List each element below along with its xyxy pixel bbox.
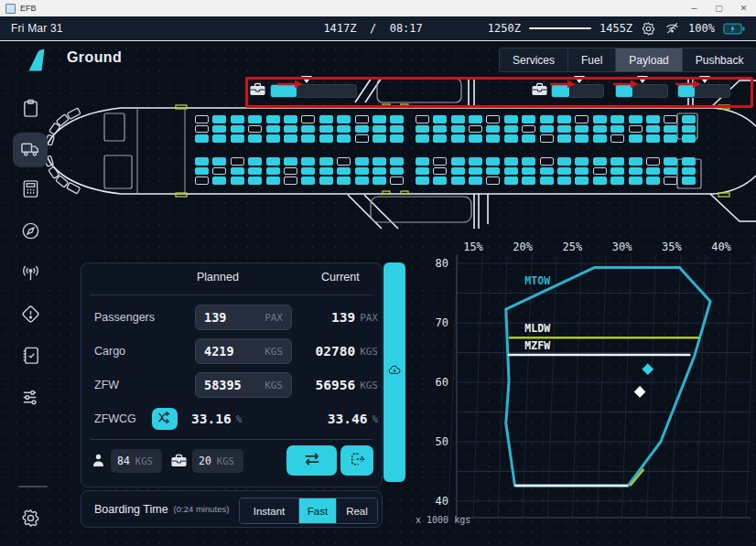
seat[interactable] xyxy=(284,115,297,123)
seat[interactable] xyxy=(301,115,315,123)
seat[interactable] xyxy=(557,134,571,143)
zfwcg-optimize-button[interactable] xyxy=(152,408,178,430)
seat[interactable] xyxy=(451,157,465,166)
seat[interactable] xyxy=(390,125,404,134)
seat[interactable] xyxy=(486,125,500,134)
seat[interactable] xyxy=(504,167,518,176)
seat[interactable] xyxy=(319,167,333,176)
seat[interactable] xyxy=(575,177,589,185)
seat[interactable] xyxy=(469,167,482,176)
seat[interactable] xyxy=(540,134,554,143)
seat[interactable] xyxy=(266,134,280,143)
seat[interactable] xyxy=(319,115,333,123)
seat[interactable] xyxy=(646,177,660,185)
seat[interactable] xyxy=(504,125,518,134)
seat[interactable] xyxy=(646,157,660,166)
wifi-off-icon[interactable] xyxy=(664,21,680,37)
seat[interactable] xyxy=(373,125,386,134)
seat[interactable] xyxy=(212,115,226,123)
seat[interactable] xyxy=(266,167,280,176)
seat[interactable] xyxy=(593,125,607,134)
deboard-button[interactable] xyxy=(340,445,373,476)
seat[interactable] xyxy=(629,167,643,176)
seat[interactable] xyxy=(593,167,607,176)
seat[interactable] xyxy=(416,177,429,185)
seat[interactable] xyxy=(629,177,643,185)
seat[interactable] xyxy=(266,115,280,123)
seat[interactable] xyxy=(212,125,226,134)
seat[interactable] xyxy=(212,157,226,166)
seat[interactable] xyxy=(486,134,500,143)
seat[interactable] xyxy=(540,125,554,134)
seat[interactable] xyxy=(195,167,209,176)
seat[interactable] xyxy=(337,177,351,185)
seat[interactable] xyxy=(629,125,643,134)
seat[interactable] xyxy=(593,115,607,123)
zfw-input[interactable]: 58395KGS xyxy=(195,372,292,398)
seat[interactable] xyxy=(646,125,660,134)
seat[interactable] xyxy=(575,167,589,176)
settings-gear-icon[interactable] xyxy=(641,21,656,37)
seat[interactable] xyxy=(664,115,677,123)
seat[interactable] xyxy=(195,115,209,123)
seat[interactable] xyxy=(301,157,315,166)
tab-payload[interactable]: Payload xyxy=(616,48,682,71)
seat[interactable] xyxy=(469,134,482,143)
seat[interactable] xyxy=(212,167,226,176)
seat[interactable] xyxy=(373,177,386,185)
tab-services[interactable]: Services xyxy=(500,48,568,71)
seat[interactable] xyxy=(682,134,696,143)
seat[interactable] xyxy=(319,157,333,166)
seat[interactable] xyxy=(557,115,571,123)
seat[interactable] xyxy=(540,115,554,123)
seat[interactable] xyxy=(646,167,660,176)
seat[interactable] xyxy=(301,125,315,134)
seat[interactable] xyxy=(575,115,589,123)
seat[interactable] xyxy=(301,134,315,143)
seat[interactable] xyxy=(248,115,262,123)
seat[interactable] xyxy=(433,125,447,134)
seat[interactable] xyxy=(390,167,404,176)
seat[interactable] xyxy=(284,125,297,134)
seat[interactable] xyxy=(664,177,677,185)
seat[interactable] xyxy=(319,134,333,143)
seat[interactable] xyxy=(195,157,209,166)
seat[interactable] xyxy=(248,177,262,185)
bag-weight-input[interactable]: 20KGS xyxy=(192,449,243,473)
seat[interactable] xyxy=(486,157,500,166)
seat[interactable] xyxy=(557,125,571,134)
seat[interactable] xyxy=(522,134,535,143)
seat[interactable] xyxy=(301,177,315,185)
sidebar-item-clipboard[interactable] xyxy=(13,92,48,127)
seat[interactable] xyxy=(390,115,404,123)
seat[interactable] xyxy=(355,177,369,185)
sidebar-item-settings[interactable] xyxy=(13,502,48,537)
seat[interactable] xyxy=(629,115,643,123)
seat[interactable] xyxy=(593,157,607,166)
seat[interactable] xyxy=(355,134,369,143)
seat[interactable] xyxy=(557,157,571,166)
seat[interactable] xyxy=(373,134,386,143)
seat[interactable] xyxy=(390,157,404,166)
seat[interactable] xyxy=(451,115,465,123)
seat[interactable] xyxy=(319,125,333,134)
seat[interactable] xyxy=(301,167,315,176)
seat[interactable] xyxy=(231,167,244,176)
seat[interactable] xyxy=(664,167,677,176)
seat[interactable] xyxy=(540,157,554,166)
seat[interactable] xyxy=(337,157,351,166)
seat[interactable] xyxy=(522,157,535,166)
seat[interactable] xyxy=(231,125,244,134)
seat[interactable] xyxy=(682,177,696,185)
seat[interactable] xyxy=(610,134,624,143)
tab-pushback[interactable]: Pushback xyxy=(683,48,756,71)
seat[interactable] xyxy=(522,115,535,123)
seat[interactable] xyxy=(469,177,482,185)
payload-scroll-handle[interactable] xyxy=(383,262,405,482)
seat[interactable] xyxy=(469,115,482,123)
seat[interactable] xyxy=(231,115,244,123)
seat[interactable] xyxy=(337,125,351,134)
seat[interactable] xyxy=(593,134,607,143)
seat[interactable] xyxy=(416,115,429,123)
sidebar-item-options[interactable] xyxy=(13,381,48,416)
